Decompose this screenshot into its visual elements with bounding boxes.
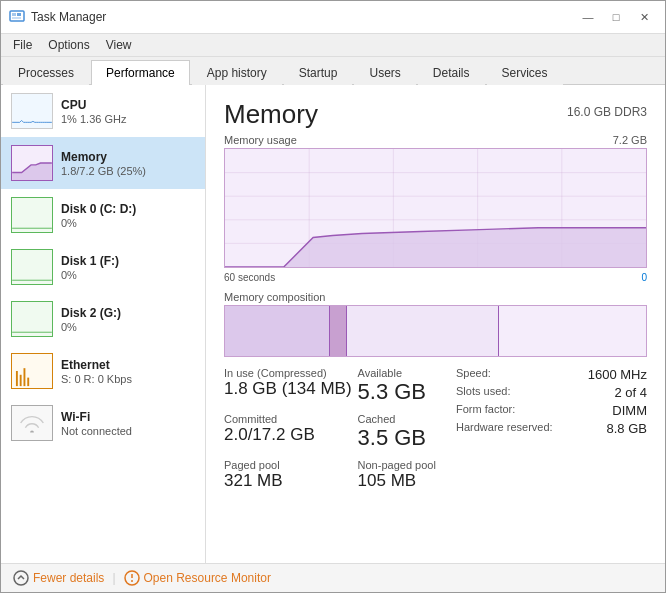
- disk2-info: Disk 2 (G:) 0%: [61, 306, 195, 333]
- stat-nonpaged-label: Non-paged pool: [358, 459, 450, 471]
- svg-marker-24: [225, 228, 646, 267]
- ethernet-title: Ethernet: [61, 358, 195, 372]
- sidebar-item-disk0[interactable]: Disk 0 (C: D:) 0%: [1, 189, 205, 241]
- ethernet-mini-chart: [12, 354, 52, 388]
- svg-rect-2: [17, 13, 21, 16]
- tab-app-history[interactable]: App history: [192, 60, 282, 85]
- menu-view[interactable]: View: [98, 36, 140, 54]
- cpu-info: CPU 1% 1.36 GHz: [61, 98, 195, 125]
- disk1-mini-chart: [12, 250, 52, 284]
- stat-hwreserved-value: 8.8 GB: [607, 421, 647, 436]
- disk1-title: Disk 1 (F:): [61, 254, 195, 268]
- fewer-details-icon: [13, 570, 29, 586]
- memory-icon-container: [11, 145, 53, 181]
- svg-rect-7: [12, 198, 52, 232]
- disk1-icon-container: [11, 249, 53, 285]
- memory-graph-svg: [225, 149, 646, 267]
- svg-rect-4: [12, 94, 52, 128]
- composition-label: Memory composition: [224, 291, 325, 303]
- graph-max: 7.2 GB: [613, 134, 647, 146]
- sidebar-item-disk2[interactable]: Disk 2 (G:) 0%: [1, 293, 205, 345]
- cpu-mini-chart: [12, 94, 52, 128]
- tab-users[interactable]: Users: [354, 60, 415, 85]
- menu-file[interactable]: File: [5, 36, 40, 54]
- app-icon: [9, 9, 25, 25]
- disk2-mini-chart: [12, 302, 52, 336]
- composition-label-row: Memory composition: [224, 291, 647, 303]
- stat-committed-label: Committed: [224, 413, 352, 425]
- tab-services[interactable]: Services: [487, 60, 563, 85]
- panel-title: Memory: [224, 99, 318, 130]
- tab-details[interactable]: Details: [418, 60, 485, 85]
- main-content: CPU 1% 1.36 GHz Memory 1.8/7.2 GB (25%): [1, 85, 665, 563]
- title-bar-left: Task Manager: [9, 9, 106, 25]
- stat-hwreserved-row: Hardware reserved: 8.8 GB: [456, 421, 647, 436]
- stat-cached: Cached 3.5 GB: [358, 413, 450, 451]
- sidebar-item-ethernet[interactable]: Ethernet S: 0 R: 0 Kbps: [1, 345, 205, 397]
- tab-processes[interactable]: Processes: [3, 60, 89, 85]
- comp-standby: [347, 306, 499, 356]
- sidebar-item-memory[interactable]: Memory 1.8/7.2 GB (25%): [1, 137, 205, 189]
- disk2-icon-container: [11, 301, 53, 337]
- stat-speed-value: 1600 MHz: [588, 367, 647, 382]
- svg-rect-3: [12, 17, 21, 19]
- stat-paged: Paged pool 321 MB: [224, 459, 352, 491]
- disk2-subtitle: 0%: [61, 321, 195, 333]
- disk0-mini-chart: [12, 198, 52, 232]
- right-stats: Speed: 1600 MHz Slots used: 2 of 4 Form …: [456, 367, 647, 436]
- disk0-info: Disk 0 (C: D:) 0%: [61, 202, 195, 229]
- maximize-button[interactable]: □: [603, 7, 629, 27]
- wifi-icon-container: [11, 405, 53, 441]
- stat-form-label: Form factor:: [456, 403, 515, 418]
- ethernet-icon-container: [11, 353, 53, 389]
- tab-performance[interactable]: Performance: [91, 60, 190, 85]
- stat-nonpaged: Non-paged pool 105 MB: [358, 459, 450, 491]
- stat-speed-row: Speed: 1600 MHz: [456, 367, 647, 382]
- minimize-button[interactable]: —: [575, 7, 601, 27]
- open-resource-monitor-link[interactable]: Open Resource Monitor: [124, 570, 271, 586]
- footer: Fewer details | Open Resource Monitor: [1, 563, 665, 592]
- stat-paged-value: 321 MB: [224, 471, 352, 491]
- graph-label-row: Memory usage 7.2 GB: [224, 134, 647, 146]
- panel-subtitle: 16.0 GB DDR3: [567, 105, 647, 119]
- cpu-subtitle: 1% 1.36 GHz: [61, 113, 195, 125]
- disk0-subtitle: 0%: [61, 217, 195, 229]
- stat-slots-label: Slots used:: [456, 385, 510, 400]
- window-title: Task Manager: [31, 10, 106, 24]
- stat-slots-value: 2 of 4: [614, 385, 647, 400]
- sidebar: CPU 1% 1.36 GHz Memory 1.8/7.2 GB (25%): [1, 85, 206, 563]
- close-button[interactable]: ✕: [631, 7, 657, 27]
- stat-committed-value: 2.0/17.2 GB: [224, 425, 352, 445]
- tab-startup[interactable]: Startup: [284, 60, 353, 85]
- menu-options[interactable]: Options: [40, 36, 97, 54]
- graph-label: Memory usage: [224, 134, 297, 146]
- cpu-icon-container: [11, 93, 53, 129]
- fewer-details-link[interactable]: Fewer details: [13, 570, 104, 586]
- stat-form-value: DIMM: [612, 403, 647, 418]
- stat-available-label: Available: [358, 367, 450, 379]
- comp-modified: [330, 306, 347, 356]
- wifi-mini-chart: [12, 406, 52, 440]
- disk2-title: Disk 2 (G:): [61, 306, 195, 320]
- time-start: 60 seconds: [224, 272, 275, 283]
- stat-hwreserved-label: Hardware reserved:: [456, 421, 553, 436]
- wifi-subtitle: Not connected: [61, 425, 195, 437]
- resource-monitor-icon: [124, 570, 140, 586]
- sidebar-item-cpu[interactable]: CPU 1% 1.36 GHz: [1, 85, 205, 137]
- ethernet-subtitle: S: 0 R: 0 Kbps: [61, 373, 195, 385]
- title-bar: Task Manager — □ ✕: [1, 1, 665, 34]
- svg-rect-9: [12, 302, 52, 336]
- footer-divider: |: [112, 571, 115, 585]
- memory-graph: [224, 148, 647, 268]
- svg-rect-10: [12, 354, 52, 388]
- disk0-title: Disk 0 (C: D:): [61, 202, 195, 216]
- task-manager-window: Task Manager — □ ✕ File Options View Pro…: [0, 0, 666, 593]
- fewer-details-label: Fewer details: [33, 571, 104, 585]
- stats-grid: In use (Compressed) 1.8 GB (134 MB) Avai…: [224, 367, 647, 491]
- sidebar-item-disk1[interactable]: Disk 1 (F:) 0%: [1, 241, 205, 293]
- sidebar-item-wifi[interactable]: Wi-Fi Not connected: [1, 397, 205, 449]
- stat-cached-label: Cached: [358, 413, 450, 425]
- stat-form-row: Form factor: DIMM: [456, 403, 647, 418]
- memory-composition: [224, 305, 647, 357]
- stat-available: Available 5.3 GB: [358, 367, 450, 405]
